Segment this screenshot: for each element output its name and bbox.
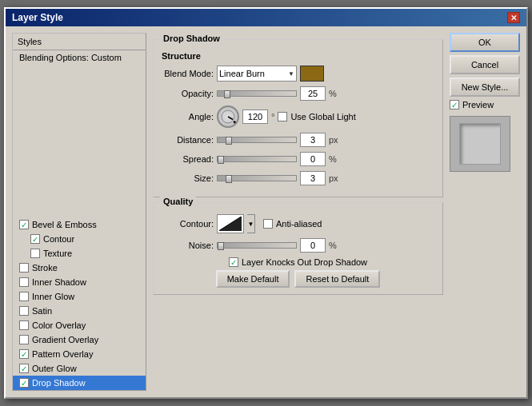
opacity-input[interactable]	[300, 86, 326, 101]
layer-label-contour: Contour	[43, 234, 74, 244]
noise-row: Noise: %	[162, 238, 434, 253]
blending-options-label: Blending Options: Custom	[19, 53, 122, 62]
global-light-label[interactable]: Use Global Light	[278, 112, 355, 121]
title-bar: Layer Style ✕	[6, 9, 526, 26]
layer-items-container: Bevel & EmbossContourTextureStrokeInner …	[13, 217, 146, 390]
close-button[interactable]: ✕	[507, 12, 520, 23]
size-input[interactable]	[300, 171, 326, 185]
layer-item-stroke[interactable]: Stroke	[13, 261, 146, 275]
checkbox-bevel-emboss[interactable]	[19, 220, 29, 229]
layer-item-color-overlay[interactable]: Color Overlay	[13, 318, 146, 332]
layer-item-inner-glow[interactable]: Inner Glow	[13, 289, 146, 304]
noise-input[interactable]	[300, 238, 326, 253]
contour-label: Contour:	[162, 219, 214, 229]
layer-label-bevel-emboss: Bevel & Emboss	[32, 220, 97, 229]
checkbox-contour[interactable]	[30, 234, 40, 244]
blending-options-item[interactable]: Blending Options: Custom	[13, 50, 146, 65]
checkbox-pattern-overlay[interactable]	[19, 349, 29, 359]
size-row: Size: px	[162, 171, 434, 185]
layer-item-outer-glow[interactable]: Outer Glow	[13, 361, 146, 376]
layer-label-texture: Texture	[43, 249, 72, 258]
layer-label-drop-shadow: Drop Shadow	[32, 378, 86, 388]
svg-line-1	[228, 117, 233, 120]
checkbox-inner-glow[interactable]	[19, 292, 29, 301]
layer-list: Blending Options: Custom	[13, 50, 146, 217]
layer-style-dialog: Layer Style ✕ Styles Blending Options: C…	[4, 7, 528, 399]
layer-item-satin[interactable]: Satin	[13, 304, 146, 318]
distance-slider[interactable]	[217, 137, 297, 143]
global-light-checkbox[interactable]	[278, 112, 287, 121]
opacity-unit: %	[329, 89, 337, 98]
left-panel: Styles Blending Options: Custom // We'll…	[12, 33, 146, 391]
layer-label-outer-glow: Outer Glow	[32, 364, 77, 373]
layer-label-inner-glow: Inner Glow	[32, 292, 74, 301]
layer-label-pattern-overlay: Pattern Overlay	[32, 349, 93, 359]
distance-input[interactable]	[300, 133, 326, 147]
right-panel: OK Cancel New Style... Preview	[450, 33, 520, 391]
checkbox-inner-shadow[interactable]	[19, 277, 29, 287]
blend-mode-row: Blend Mode: Linear Burn ▼	[162, 66, 434, 82]
checkbox-stroke[interactable]	[19, 263, 29, 273]
contour-dropdown-arrow[interactable]: ▼	[247, 214, 255, 233]
opacity-slider[interactable]	[217, 90, 297, 97]
checkbox-color-overlay[interactable]	[19, 320, 29, 330]
blend-mode-label: Blend Mode:	[162, 69, 214, 78]
layer-label-gradient-overlay: Gradient Overlay	[32, 335, 98, 344]
layer-item-contour[interactable]: Contour	[13, 232, 146, 246]
checkbox-texture[interactable]	[30, 249, 40, 258]
blend-mode-arrow: ▼	[288, 70, 294, 78]
checkbox-outer-glow[interactable]	[19, 364, 29, 373]
angle-input[interactable]	[242, 109, 268, 124]
reset-default-button[interactable]: Reset to Default	[294, 270, 380, 288]
make-default-button[interactable]: Make Default	[216, 270, 290, 288]
layer-label-satin: Satin	[32, 306, 52, 316]
layer-item-drop-shadow[interactable]: Drop Shadow	[13, 376, 146, 390]
distance-label: Distance:	[162, 135, 214, 145]
opacity-label: Opacity:	[162, 89, 214, 98]
angle-row: Angle: ° Use Global Light	[162, 105, 434, 128]
spread-unit: %	[329, 154, 337, 164]
layer-item-inner-shadow[interactable]: Inner Shadow	[13, 275, 146, 289]
layer-label-stroke: Stroke	[32, 263, 58, 273]
new-style-button[interactable]: New Style...	[450, 78, 520, 97]
layer-item-texture[interactable]: Texture	[13, 246, 146, 261]
knockout-checkbox[interactable]	[229, 257, 238, 267]
anti-aliased-checkbox[interactable]	[263, 219, 273, 229]
distance-row: Distance: px	[162, 133, 434, 147]
size-unit: px	[329, 173, 338, 183]
preview-thumbnail	[450, 116, 510, 172]
quality-section: Quality Contour: ▼ Anti-aliased	[153, 202, 443, 295]
spread-label: Spread:	[162, 154, 214, 164]
preview-label[interactable]: Preview	[450, 100, 520, 109]
layer-item-bevel-emboss[interactable]: Bevel & Emboss	[13, 217, 146, 232]
contour-preview[interactable]	[217, 214, 244, 233]
opacity-row: Opacity: %	[162, 86, 434, 101]
ok-button[interactable]: OK	[450, 33, 520, 52]
size-slider[interactable]	[217, 175, 297, 181]
shadow-color-swatch[interactable]	[300, 66, 324, 82]
button-row: Make Default Reset to Default	[162, 270, 434, 288]
layer-item-pattern-overlay[interactable]: Pattern Overlay	[13, 347, 146, 361]
layer-item-gradient-overlay[interactable]: Gradient Overlay	[13, 332, 146, 347]
blend-mode-value: Linear Burn	[219, 69, 265, 78]
checkbox-drop-shadow[interactable]	[19, 378, 29, 388]
dialog-title: Layer Style	[12, 12, 63, 23]
spread-slider[interactable]	[217, 156, 297, 162]
angle-dial[interactable]	[217, 105, 239, 128]
contour-row: Contour: ▼ Anti-aliased	[162, 214, 434, 233]
blend-mode-select[interactable]: Linear Burn ▼	[217, 66, 297, 82]
preview-checkbox[interactable]	[450, 100, 459, 109]
checkbox-gradient-overlay[interactable]	[19, 335, 29, 344]
drop-shadow-title: Drop Shadow	[160, 34, 223, 43]
spread-row: Spread: %	[162, 152, 434, 166]
checkbox-satin[interactable]	[19, 306, 29, 316]
preview-text: Preview	[462, 100, 494, 109]
knockout-row: Layer Knocks Out Drop Shadow	[162, 257, 434, 267]
anti-aliased-label[interactable]: Anti-aliased	[263, 219, 322, 229]
size-label: Size:	[162, 173, 214, 183]
spread-input[interactable]	[300, 152, 326, 166]
noise-slider[interactable]	[217, 242, 297, 249]
styles-header: Styles	[13, 34, 146, 50]
cancel-button[interactable]: Cancel	[450, 55, 520, 74]
preview-inner-element	[459, 123, 501, 165]
